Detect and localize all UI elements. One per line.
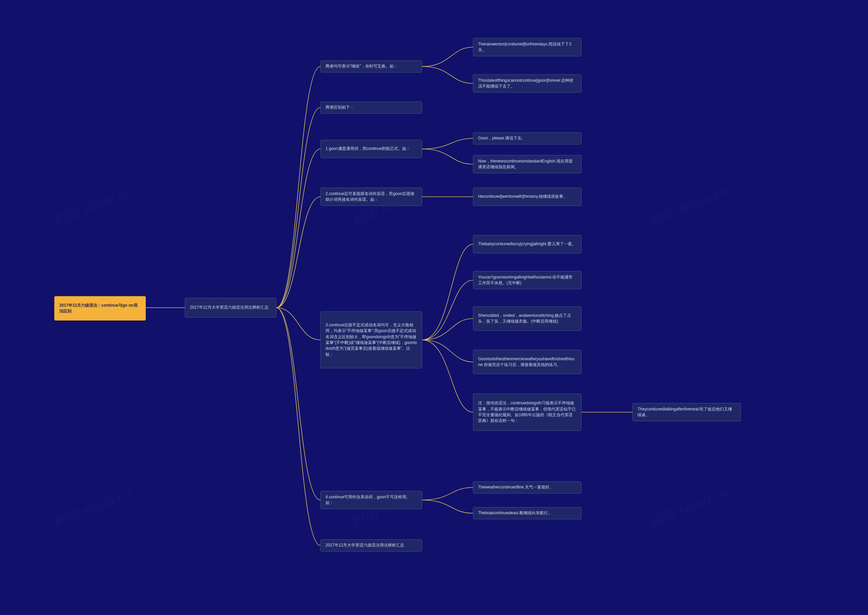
leaf-goon-please[interactable]: Goon，please.请说下去。 [473,132,581,145]
leaf-exercise[interactable]: Goontodotheotherexercieseafteryouhavefin… [473,350,581,374]
node-text: Goon，please.请说下去。 [478,135,577,141]
node-text: Goontodotheotherexercieseafteryouhavefin… [478,356,577,368]
leaf-story[interactable]: Hecontinued[wentonwith]thestory.他继续讲故事。 [473,187,581,206]
branch-summary[interactable]: 2017年12月大学英语六级语法用法辨析汇总 [185,298,276,317]
node-point-3[interactable]: 3.continue后接不定式或动名词均可，含义大致相同，均表示"不停地做某事"… [320,311,422,368]
node-point-1[interactable]: 1.goon属普通用词，而continue则较正式。如： [320,140,422,158]
node-text: 2017年12月大学英语六级语法用法辨析汇总 [326,542,417,548]
leaf-rain[interactable]: Therainwenton[contiuned]forthreedays.雨连续… [473,38,581,56]
node-text: Theycontiunedtalkingafterthemeal.吃了饭后他们又… [637,406,736,418]
leaf-news[interactable]: Now，thenewscontinuesinstandardEnglish.现在… [473,155,581,173]
node-text: 2017年12月大学英语六级语法用法辨析汇总 [190,304,271,311]
leaf-boat[interactable]: Theboatcontinuedeast.船继续向东航行。 [473,507,581,519]
node-point-4[interactable]: 4.continue可用作连系动词，goon不可这样用。如： [320,491,422,509]
mindmap-canvas: { "watermark": "树图 shutu.cn", "root": {"… [0,0,868,615]
node-text: Thebabycontiunedtocry[crying]allnight.婴儿… [478,241,577,247]
leaf-state[interactable]: Thisstateofthingscannotcontinue[goon]for… [473,74,581,93]
node-text: Therainwenton[contiuned]forthreedays.雨连续… [478,41,577,53]
leaf-baby[interactable]: Thebabycontiunedtocry[crying]allnight.婴儿… [473,235,581,253]
leaf-allnight[interactable]: Youcan'tgoonworkingallnightwithoutarest.… [473,271,581,289]
leaf-note[interactable]: 注：按传统语法，continuedoingsth只能表示不停地做某事，不能表示中… [473,393,581,431]
watermark: 树图 shutu.cn [50,182,134,230]
node-point-2[interactable]: 2.continue后可直接跟名词作宾语，而goon后需借助介词再接名词作宾语。… [320,187,422,206]
node-text: Shenodded，smiled，andwentonstitching.她点了点… [478,313,577,325]
node-text: 两者区别如下： [326,105,417,110]
node-text: Theboatcontinuedeast.船继续向东航行。 [478,510,577,516]
leaf-nodded[interactable]: Shenodded，smiled，andwentonstitching.她点了点… [473,306,581,331]
leaf-talking[interactable]: Theycontiunedtalkingafterthemeal.吃了饭后他们又… [632,403,741,421]
node-text: 2.continue后可直接跟名词作宾语，而goon后需借助介词再接名词作宾语。… [326,191,417,203]
node-text: 4.continue可用作连系动词，goon不可这样用。如： [326,494,417,506]
node-text: Now，thenewscontinuesinstandardEnglish.现在… [478,158,577,170]
node-text: 3.continue后接不定式或动名词均可，含义大致相同，均表示"不停地做某事"… [326,322,417,357]
node-text: 1.goon属普通用词，而continue则较正式。如： [326,146,417,151]
node-text: 两者均可表示"继续"，有时可互换。如： [326,64,417,69]
node-text: Hecontinued[wentonwith]thestory.他继续讲故事。 [478,194,577,200]
root-text: 2017年12月六级语法：continue与go on用法区别 [59,303,141,314]
watermark: 树图 shutu.cn [647,182,730,230]
node-summary-2[interactable]: 2017年12月大学英语六级语法用法辨析汇总 [320,539,422,551]
node-difference-header[interactable]: 两者区别如下： [320,101,422,114]
node-text: Thisstateofthingscannotcontinue[goon]for… [478,78,577,89]
root-node[interactable]: 2017年12月六级语法：continue与go on用法区别 [54,296,146,320]
watermark: 树图 shutu.cn [647,484,730,532]
leaf-weather[interactable]: Theweathercontinuedfine.天气一直很好。 [473,481,581,493]
node-text: 注：按传统语法，continuedoingsth只能表示不停地做某事，不能表示中… [478,400,577,424]
node-interchangeable[interactable]: 两者均可表示"继续"，有时可互换。如： [320,60,422,73]
node-text: Theweathercontinuedfine.天气一直很好。 [478,484,577,490]
node-text: Youcan'tgoonworkingallnightwithoutarest.… [478,275,577,286]
watermark: 树图 shutu.cn [50,484,134,532]
